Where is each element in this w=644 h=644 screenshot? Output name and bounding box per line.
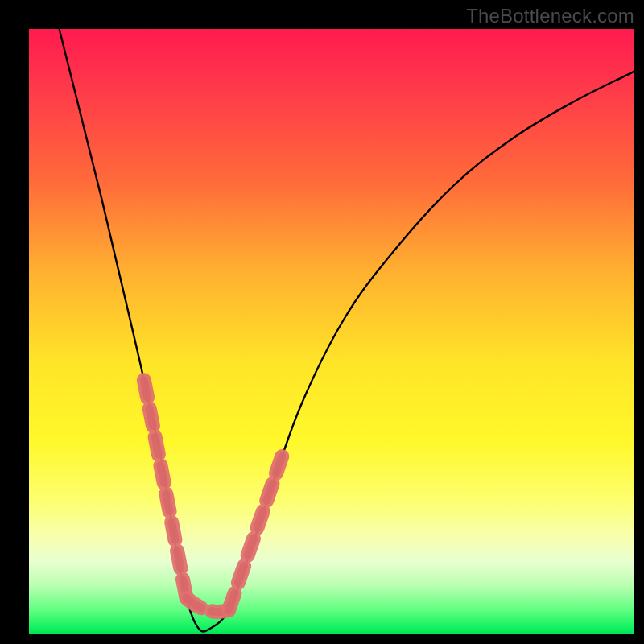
plot-area [29,29,634,634]
chart-frame: TheBottleneck.com [0,0,644,644]
plot-svg [29,29,634,634]
bead-segment-right-core [229,452,283,610]
bottleneck-curve [60,29,634,632]
watermark-text: TheBottleneck.com [466,5,634,27]
